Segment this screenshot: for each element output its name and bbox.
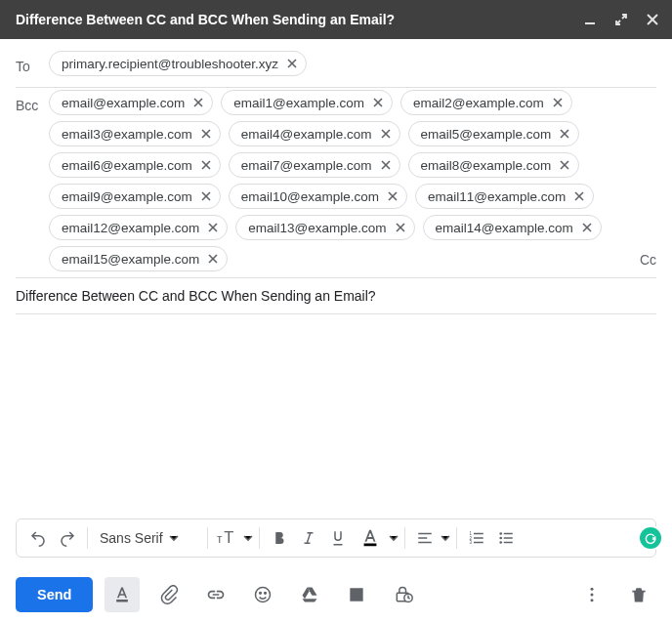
- remove-chip-icon[interactable]: [579, 220, 595, 235]
- bcc-chip-list: email@example.comemail1@example.comemail…: [49, 90, 632, 271]
- recipient-chip[interactable]: email11@example.com: [415, 184, 594, 209]
- align-button[interactable]: [411, 524, 439, 552]
- confidential-mode-button[interactable]: [386, 577, 421, 612]
- to-field[interactable]: To primary.recipient@troubleshooter.xyz: [16, 49, 656, 88]
- recipient-chip[interactable]: email12@example.com: [49, 215, 228, 240]
- recipient-chip[interactable]: email7@example.com: [229, 152, 400, 178]
- recipient-email: email12@example.com: [62, 221, 199, 235]
- recipient-email: email4@example.com: [241, 127, 372, 142]
- recipient-chip[interactable]: email14@example.com: [423, 215, 602, 240]
- recipient-email: email2@example.com: [413, 96, 544, 110]
- recipient-email: email8@example.com: [421, 158, 552, 173]
- discard-draft-button[interactable]: [621, 577, 656, 612]
- recipient-email: email13@example.com: [248, 221, 386, 235]
- recipient-chip[interactable]: email13@example.com: [235, 215, 414, 240]
- svg-text:т: т: [217, 532, 223, 546]
- attach-file-button[interactable]: [151, 577, 187, 612]
- remove-chip-icon[interactable]: [557, 126, 572, 142]
- minimize-icon[interactable]: [582, 12, 598, 27]
- insert-photo-button[interactable]: [339, 577, 374, 612]
- svg-rect-53: [504, 537, 513, 539]
- text-color-button[interactable]: [354, 524, 387, 552]
- recipient-chip[interactable]: email4@example.com: [229, 121, 400, 146]
- recipient-chip[interactable]: email2@example.com: [400, 90, 572, 115]
- cc-toggle[interactable]: Cc: [632, 246, 656, 268]
- bcc-label: Bcc: [16, 90, 49, 113]
- remove-chip-icon[interactable]: [205, 251, 221, 267]
- remove-chip-icon[interactable]: [370, 95, 386, 110]
- recipient-email: email11@example.com: [428, 189, 566, 204]
- remove-chip-icon[interactable]: [198, 126, 214, 142]
- svg-rect-39: [364, 544, 377, 547]
- remove-chip-icon[interactable]: [378, 126, 394, 142]
- svg-point-58: [265, 593, 267, 595]
- underline-button[interactable]: [324, 524, 352, 552]
- message-body[interactable]: [16, 314, 656, 518]
- svg-point-63: [591, 599, 594, 601]
- font-family-select[interactable]: Sans Serif: [94, 530, 201, 546]
- grammarly-icon[interactable]: [640, 527, 661, 549]
- subject-field[interactable]: Difference Between CC and BCC When Sendi…: [16, 278, 656, 314]
- remove-chip-icon[interactable]: [190, 95, 206, 110]
- recipient-email: email9@example.com: [62, 189, 192, 204]
- remove-chip-icon[interactable]: [557, 157, 572, 173]
- remove-chip-icon[interactable]: [284, 56, 300, 71]
- remove-chip-icon[interactable]: [550, 95, 566, 110]
- remove-chip-icon[interactable]: [385, 188, 400, 204]
- undo-button[interactable]: [24, 524, 52, 552]
- formatting-toolbar: Sans Serif тT: [16, 518, 656, 558]
- remove-chip-icon[interactable]: [393, 220, 408, 235]
- expand-icon[interactable]: [613, 12, 629, 27]
- compose-body: To primary.recipient@troubleshooter.xyz …: [0, 39, 672, 567]
- recipient-email: email@example.com: [62, 96, 185, 110]
- bcc-field[interactable]: Bcc email@example.comemail1@example.come…: [16, 88, 656, 278]
- remove-chip-icon[interactable]: [205, 220, 221, 235]
- recipient-chip[interactable]: email6@example.com: [49, 152, 221, 178]
- chevron-down-icon[interactable]: [389, 530, 399, 546]
- chevron-down-icon[interactable]: [441, 530, 450, 546]
- svg-point-50: [499, 537, 502, 540]
- recipient-chip[interactable]: email15@example.com: [49, 246, 228, 271]
- svg-rect-42: [418, 542, 432, 544]
- chevron-down-icon: [169, 530, 179, 546]
- svg-rect-55: [117, 600, 129, 602]
- remove-chip-icon[interactable]: [571, 188, 587, 204]
- recipient-email: email14@example.com: [436, 221, 573, 235]
- send-button[interactable]: Send: [16, 577, 93, 612]
- svg-rect-45: [474, 542, 483, 544]
- recipient-chip[interactable]: email8@example.com: [408, 152, 580, 178]
- redo-button[interactable]: [54, 524, 81, 552]
- to-label: To: [16, 51, 49, 74]
- recipient-chip[interactable]: email1@example.com: [221, 90, 393, 115]
- svg-rect-54: [504, 542, 513, 544]
- svg-rect-41: [418, 537, 427, 539]
- chevron-down-icon[interactable]: [243, 530, 253, 546]
- recipient-chip[interactable]: email10@example.com: [229, 184, 407, 209]
- recipient-chip[interactable]: email9@example.com: [49, 184, 221, 209]
- numbered-list-button[interactable]: 123: [463, 524, 490, 552]
- window-controls: [582, 12, 660, 27]
- recipient-chip[interactable]: email5@example.com: [408, 121, 580, 146]
- bold-button[interactable]: [266, 524, 293, 552]
- insert-link-button[interactable]: [198, 577, 233, 612]
- recipient-chip[interactable]: email@example.com: [49, 90, 213, 115]
- remove-chip-icon[interactable]: [378, 157, 394, 173]
- recipient-chip[interactable]: email3@example.com: [49, 121, 221, 146]
- italic-button[interactable]: [295, 524, 322, 552]
- recipient-email: email5@example.com: [421, 127, 552, 142]
- bulleted-list-button[interactable]: [492, 524, 520, 552]
- font-size-button[interactable]: тT: [214, 524, 241, 552]
- svg-point-56: [256, 588, 271, 602]
- more-options-button[interactable]: [574, 577, 609, 612]
- recipient-chip[interactable]: primary.recipient@troubleshooter.xyz: [49, 51, 307, 76]
- svg-rect-44: [474, 537, 483, 539]
- remove-chip-icon[interactable]: [198, 188, 214, 204]
- recipient-email: email15@example.com: [62, 252, 199, 267]
- formatting-toggle-button[interactable]: [105, 577, 140, 612]
- close-icon[interactable]: [645, 12, 660, 27]
- insert-drive-button[interactable]: [292, 577, 327, 612]
- to-chip-list: primary.recipient@troubleshooter.xyz: [49, 51, 656, 76]
- remove-chip-icon[interactable]: [198, 157, 214, 173]
- svg-rect-40: [418, 533, 432, 535]
- insert-emoji-button[interactable]: [245, 577, 280, 612]
